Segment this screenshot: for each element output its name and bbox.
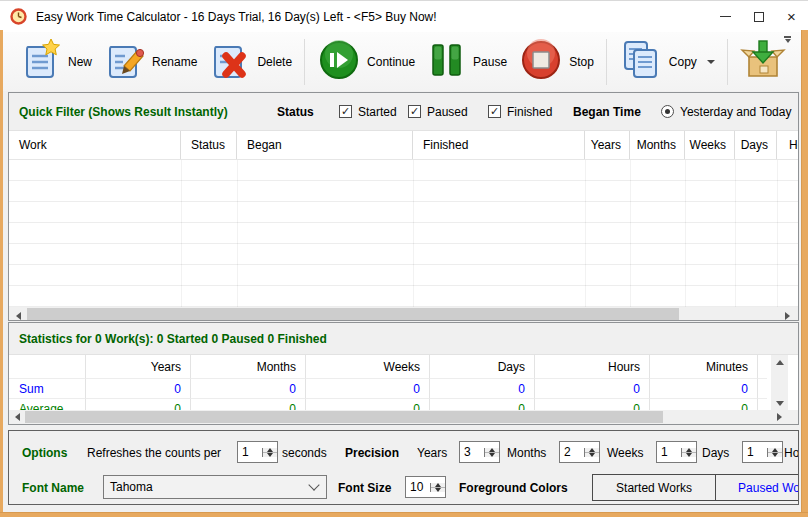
overflow-icon (784, 36, 791, 38)
precision-hours-label: Hours (784, 441, 799, 465)
spinner-value[interactable]: 2 (560, 445, 584, 459)
spinner-value[interactable]: 10 (406, 480, 430, 494)
spinner-value[interactable]: 1 (657, 445, 681, 459)
spinner-down-icon[interactable] (682, 453, 696, 457)
column-header-days[interactable]: Days (735, 131, 777, 159)
statistics-vscrollbar[interactable] (771, 355, 788, 411)
close-button[interactable]: × (775, 1, 808, 32)
precision-weeks-spinner[interactable]: 1 (656, 441, 697, 463)
precision-months-spinner[interactable]: 2 (559, 441, 600, 463)
scroll-thumb[interactable] (25, 411, 663, 423)
stats-filler-cell (758, 355, 767, 379)
toolbar-button-label: Rename (152, 55, 197, 69)
toolbar-overflow-button[interactable] (780, 32, 795, 47)
checkbox-label: Started (358, 105, 397, 119)
spinner-value[interactable]: 1 (743, 445, 767, 459)
precision-years-label: Years (417, 441, 447, 465)
stats-filler-cell (758, 379, 767, 399)
statistics-sum-row: Sum 0 0 0 0 0 0 (9, 379, 767, 399)
copy-dropdown-icon[interactable] (707, 60, 715, 64)
sum-value: 0 (306, 379, 430, 399)
scroll-thumb[interactable] (27, 308, 679, 321)
work-table-row[interactable] (9, 160, 798, 181)
spinner-value[interactable]: 1 (238, 445, 262, 459)
rename-button[interactable]: Rename (98, 34, 203, 89)
filter-radio-yesterday-and-today[interactable]: Yesterday and Today (661, 93, 791, 130)
radio-selected-icon (661, 105, 674, 118)
column-header-work[interactable]: Work (9, 131, 181, 159)
filter-checkbox-paused[interactable]: Paused (408, 93, 468, 130)
toolbar-separator (727, 39, 728, 85)
refresh-suffix-label: seconds (282, 441, 327, 465)
spinner-down-icon[interactable] (431, 488, 445, 492)
window-border-left (0, 30, 3, 517)
precision-days-spinner[interactable]: 1 (742, 441, 783, 463)
column-header-hours[interactable]: Hours (777, 131, 799, 159)
scroll-down-arrow[interactable] (771, 396, 788, 411)
status-filter-label: Status (277, 93, 314, 130)
toolbar-button-label: New (68, 55, 92, 69)
spinner-down-icon[interactable] (485, 453, 499, 457)
font-name-select[interactable]: Tahoma (103, 475, 327, 499)
work-table-hscrollbar[interactable] (9, 307, 798, 321)
checkbox-label: Finished (507, 105, 552, 119)
work-table-row[interactable] (9, 286, 798, 307)
pause-button[interactable]: Pause (421, 34, 513, 89)
column-header-months[interactable]: Months (630, 131, 685, 159)
column-header-began[interactable]: Began (237, 131, 413, 159)
spinner-down-icon[interactable] (263, 453, 277, 457)
statistics-panel: Statistics for 0 Work(s): 0 Started 0 Pa… (8, 322, 799, 425)
font-size-spinner[interactable]: 10 (405, 476, 446, 498)
started-works-color-button[interactable]: Started Works (592, 474, 716, 501)
column-header-status[interactable]: Status (181, 131, 237, 159)
scroll-up-arrow[interactable] (771, 355, 788, 370)
window-border-bottom (0, 512, 808, 517)
titlebar: Easy Work Time Calculator - 16 Days Tria… (0, 0, 808, 32)
column-header-finished[interactable]: Finished (413, 131, 585, 159)
toolbar-button-label: Stop (569, 55, 594, 69)
font-name-value: Tahoma (110, 480, 153, 494)
stats-column-months: Months (191, 355, 306, 379)
work-table-row[interactable] (9, 223, 798, 244)
statistics-hscrollbar[interactable] (9, 410, 798, 424)
column-header-weeks[interactable]: Weeks (685, 131, 735, 159)
scroll-left-arrow[interactable] (10, 410, 25, 424)
work-table-body (9, 160, 798, 307)
work-table-row[interactable] (9, 181, 798, 202)
work-table-row[interactable] (9, 265, 798, 286)
scroll-left-arrow[interactable] (10, 307, 27, 321)
work-table-row[interactable] (9, 244, 798, 265)
quick-filter-bar: Quick Filter (Shows Result Instantly) St… (9, 93, 798, 131)
column-header-years[interactable]: Years (585, 131, 630, 159)
sum-value: 0 (86, 379, 191, 399)
minimize-button[interactable] (709, 1, 742, 32)
copy-icon (619, 38, 663, 85)
checkbox-label: Paused (427, 105, 468, 119)
new-document-icon (20, 38, 62, 85)
scroll-right-arrow[interactable] (779, 307, 796, 321)
precision-label: Precision (345, 441, 399, 465)
stats-column-weeks: Weeks (306, 355, 430, 379)
spinner-down-icon[interactable] (768, 453, 782, 457)
stop-button[interactable]: Stop (513, 34, 600, 89)
new-button[interactable]: New (14, 34, 98, 89)
refresh-interval-spinner[interactable]: 1 (237, 441, 278, 463)
filter-checkbox-finished[interactable]: Finished (488, 93, 552, 130)
continue-button[interactable]: Continue (311, 34, 421, 89)
maximize-button[interactable] (742, 1, 775, 32)
scroll-right-arrow[interactable] (772, 410, 787, 424)
stats-corner-cell (9, 355, 86, 379)
filter-checkbox-started[interactable]: Started (339, 93, 397, 130)
precision-days-label: Days (702, 441, 729, 465)
refresh-label: Refreshes the counts per (87, 441, 221, 465)
stats-column-minutes: Minutes (650, 355, 758, 379)
precision-years-spinner[interactable]: 3 (459, 441, 500, 463)
sum-value: 0 (535, 379, 650, 399)
work-table-row[interactable] (9, 202, 798, 223)
app-icon (10, 8, 27, 25)
paused-works-color-button[interactable]: Paused Works (715, 474, 799, 501)
spinner-down-icon[interactable] (585, 453, 599, 457)
copy-button[interactable]: Copy (613, 34, 721, 89)
delete-button[interactable]: Delete (203, 34, 298, 89)
spinner-value[interactable]: 3 (460, 445, 484, 459)
